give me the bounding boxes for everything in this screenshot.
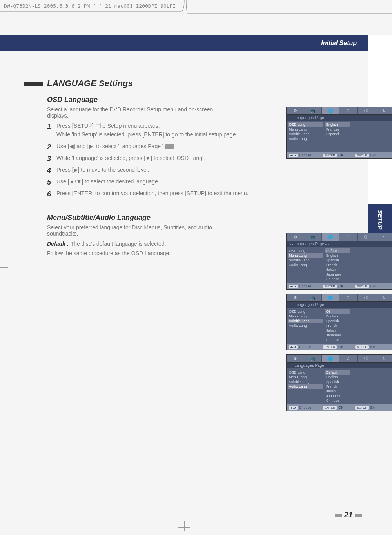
osd-tab-icon: 🌐 [322, 294, 339, 301]
osd-menu-panel: ⚙📺🌐⏱ⓘ↻▣- - Languages Page - -OSD LangMen… [286, 294, 392, 350]
osd-tab-icon: 📺 [304, 355, 322, 362]
osd-tab-icon: ↻ [375, 294, 392, 301]
osd-option: English [326, 314, 392, 319]
header-bar: Initial Setup [0, 35, 368, 51]
osd-option: Default [325, 248, 350, 253]
setup-key-icon: SETUP [355, 285, 369, 288]
step-num: 6 [47, 190, 56, 198]
nav-arrows-icon: ◂▸▴▾ [289, 154, 298, 157]
osd-left-item: Audio Lang [289, 323, 321, 328]
osd-option: English [325, 122, 350, 127]
osd-footer: ◂▸▴▾ Choose ENTER OK SETUP Exit [287, 404, 392, 411]
nav-arrows-icon: ◂▸▴▾ [289, 345, 298, 349]
osd-left-item: Subtitle Lang [289, 258, 321, 263]
osd-option: Italian [326, 389, 392, 394]
osd-left-item: OSD Lang [289, 248, 321, 253]
nav-arrows-icon: ◂▸▴▾ [289, 285, 298, 288]
osd-tab-icon: ⓘ [358, 294, 375, 301]
osd-option: Espanol [326, 132, 392, 136]
step-num: 4 [47, 167, 56, 175]
osd-tab-icon: 🌐 [322, 107, 339, 114]
osd-sub-header: - - Languages Page - - [287, 363, 392, 368]
osd-left-item: Menu Lang [289, 375, 321, 379]
step-num: 2 [47, 143, 56, 151]
setup-key-icon: SETUP [355, 154, 369, 157]
osd-option: French [326, 323, 392, 328]
menu-title: Menu/Subtitle/Audio Language [47, 214, 368, 222]
nav-arrows-icon: ◂▸▴▾ [289, 406, 298, 410]
osd-menu-panel: ⚙📺🌐⏱ⓘ↻▣- - Languages Page - -OSD LangMen… [286, 354, 392, 411]
osd-option: Spanish [326, 379, 392, 384]
side-tab-label: SETUP [377, 210, 383, 229]
osd-tab-icon: ⏱ [339, 233, 357, 241]
osd-intro: Select a language for the DVD Recorder S… [47, 106, 235, 119]
osd-option: Off [325, 309, 350, 314]
crop-mark [0, 267, 8, 268]
enter-key-icon: ENTER [323, 345, 337, 349]
page-number: 21 [332, 510, 365, 519]
default-line: Default : The disc's default language is… [47, 241, 227, 247]
top-curve [0, 0, 392, 27]
osd-option: Spanish [326, 319, 392, 323]
osd-tab-icon: 📺 [304, 233, 322, 241]
step: 2 Use [◀] and [▶] to select 'Languages P… [47, 143, 282, 152]
osd-left-item: Menu Lang [289, 314, 321, 319]
osd-sub-header: - - Languages Page - - [287, 115, 392, 121]
follow-line: Follow the same procedure as the OSD Lan… [47, 250, 227, 256]
enter-key-icon: ENTER [323, 285, 337, 288]
osd-option: Spanish [326, 258, 392, 263]
osd-option: Français [326, 127, 392, 132]
osd-tab-icon: ⏱ [339, 107, 357, 114]
osd-footer: ◂▸▴▾ Choose ENTER OK SETUP Exit [287, 344, 392, 350]
osd-left-item: Audio Lang [288, 384, 323, 389]
osd-tab-icon: ↻ [375, 107, 392, 114]
osd-tab-icon: ⚙ [287, 355, 304, 362]
osd-left-item: Subtitle Lang [289, 132, 321, 136]
osd-option: French [326, 263, 392, 267]
osd-option: French [326, 384, 392, 389]
section-title: LANGUAGE Settings [47, 78, 368, 89]
osd-left-item: OSD Lang [289, 309, 321, 314]
osd-left-item: OSD Lang [289, 370, 321, 375]
step: 6 Press [ENTER] to confirm your selectio… [47, 190, 282, 199]
osd-tab-icon: 🌐 [322, 233, 339, 241]
osd-left-item: Menu Lang [288, 253, 323, 258]
crop-mark [184, 521, 185, 531]
step: 3 While 'Language' is selected, press [▼… [47, 155, 282, 163]
osd-option: Japanese [326, 333, 392, 337]
osd-tab-icon: 📺 [304, 294, 322, 301]
osd-tab-icon: 📺 [304, 107, 322, 114]
osd-tab-icon: ⓘ [358, 355, 375, 362]
osd-sub-header: - - Languages Page - - [287, 241, 392, 247]
step: 4 Press [▶] to move to the second level. [47, 167, 282, 175]
osd-tab-icon: ⓘ [358, 107, 375, 114]
osd-footer: ◂▸▴▾ Choose ENTER OK SETUP Exit [287, 283, 392, 289]
osd-sub-header: - - Languages Page - - [287, 302, 392, 308]
osd-left-item: Subtitle Lang [288, 319, 323, 323]
osd-option: Japanese [326, 272, 392, 277]
osd-option: English [326, 253, 392, 258]
enter-key-icon: ENTER [323, 406, 337, 410]
osd-option: Italian [326, 328, 392, 333]
step: 1 Press [SETUP]. The Setup menu appears.… [47, 123, 282, 140]
osd-tab-icon: ⚙ [287, 233, 304, 241]
osd-option: Chinese [326, 337, 392, 342]
step-num: 1 [47, 123, 56, 131]
osd-title: OSD Language [47, 96, 368, 104]
step-num: 3 [47, 155, 56, 163]
setup-key-icon: SETUP [355, 345, 369, 349]
osd-tab-icon: 🌐 [322, 355, 339, 362]
osd-left-item: Subtitle Lang [289, 379, 321, 384]
osd-left-item: Menu Lang [289, 127, 321, 132]
osd-menu-panel: ⚙📺🌐⏱ⓘ↻▣- - Languages Page - -OSD LangMen… [286, 107, 392, 159]
header-title: Initial Setup [321, 40, 357, 47]
osd-left-item: Audio Lang [289, 263, 321, 267]
osd-option: English [326, 375, 392, 379]
lang-page-icon [165, 144, 174, 149]
osd-option: Chinese [326, 398, 392, 403]
osd-left-item: OSD Lang [288, 122, 323, 127]
step-num: 5 [47, 178, 56, 187]
osd-option: Italian [326, 267, 392, 272]
osd-footer: ◂▸▴▾ Choose ENTER OK SETUP Exit [287, 152, 392, 158]
osd-menu-panel: ⚙📺🌐⏱ⓘ↻▣- - Languages Page - -OSD LangMen… [286, 233, 392, 290]
